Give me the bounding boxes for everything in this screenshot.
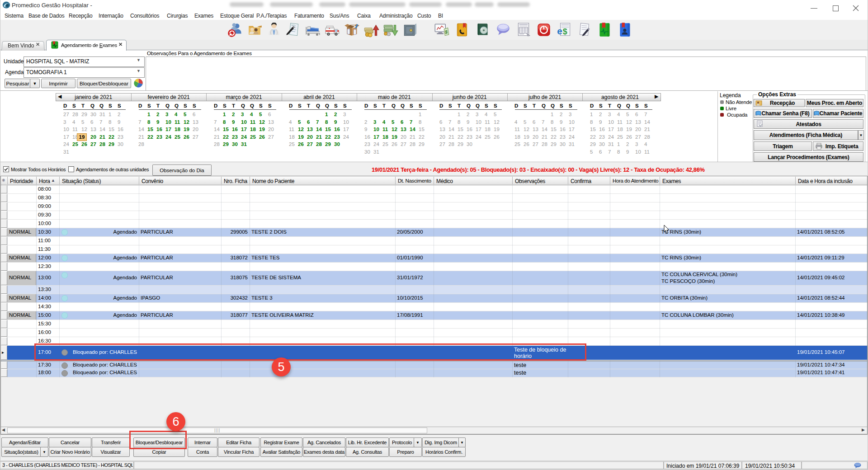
svg-text:$: $: [563, 27, 567, 36]
svg-text:e: e: [557, 26, 562, 36]
